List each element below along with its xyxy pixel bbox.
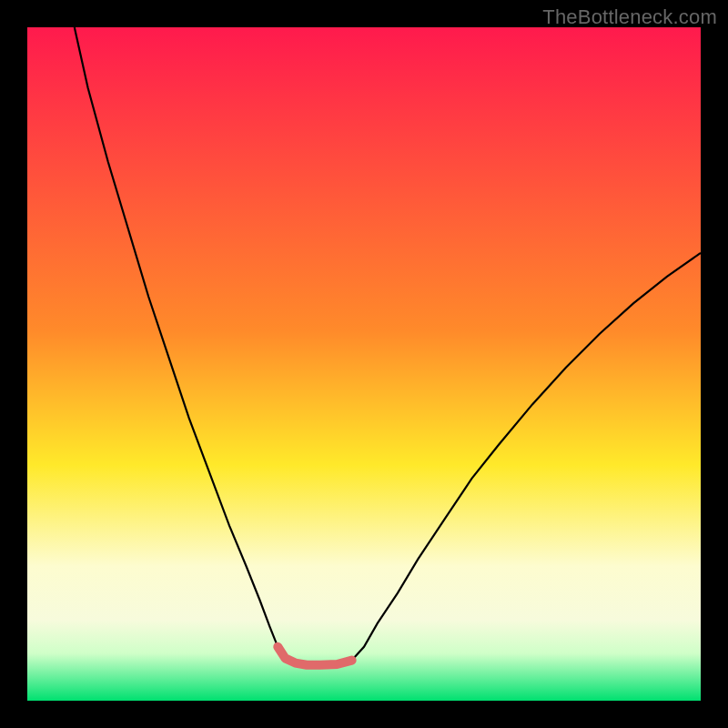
watermark-text: TheBottleneck.com xyxy=(542,5,717,29)
bottleneck-chart xyxy=(0,0,728,728)
plot-background xyxy=(27,27,701,701)
chart-frame: { "watermark": "TheBottleneck.com", "cha… xyxy=(0,0,728,728)
